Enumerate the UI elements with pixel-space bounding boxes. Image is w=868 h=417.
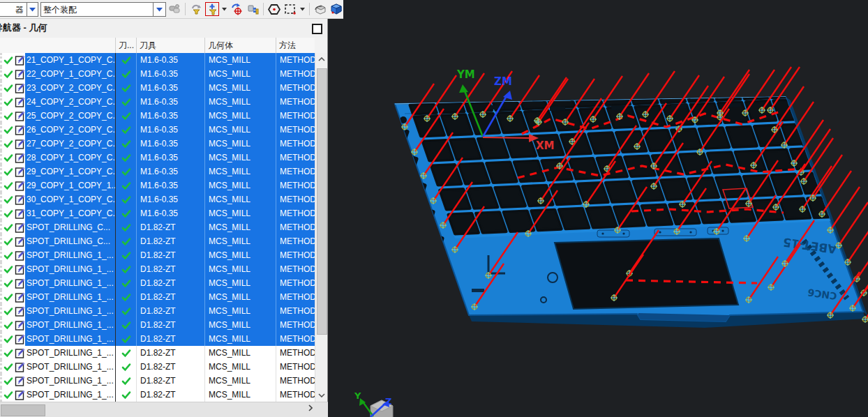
operation-name[interactable]: 27_COPY_2_COPY_C... xyxy=(25,137,116,151)
operation-name[interactable]: SPOT_DRILLING_1_... xyxy=(25,290,116,304)
vertical-scroll-thumb[interactable] xyxy=(317,68,327,335)
vertical-scrollbar[interactable] xyxy=(315,53,327,402)
geometry-cell[interactable]: MCS_MILL xyxy=(205,374,276,388)
method-cell[interactable]: METHOD xyxy=(276,67,315,81)
toolpath-status-cell[interactable] xyxy=(116,179,137,192)
filter-combo[interactable]: 器 xyxy=(0,2,38,17)
operation-name[interactable]: SPOT_DRILLING_1_... xyxy=(25,360,116,374)
shaded-cube-icon[interactable] xyxy=(329,2,343,16)
geometry-cell[interactable]: MCS_MILL xyxy=(205,109,276,123)
operation-name[interactable]: 29_COPY_1_COPY_1... xyxy=(25,179,116,192)
assembly-scope-combo[interactable]: 整个装配 xyxy=(40,2,166,17)
operation-row[interactable]: SPOT_DRILLING_1_...D1.82-ZTMCS_MILLMETHO… xyxy=(0,248,315,262)
toolpath-status-cell[interactable] xyxy=(116,137,137,151)
method-cell[interactable]: METHOD xyxy=(276,304,315,318)
method-cell[interactable]: METHOD xyxy=(276,53,315,67)
toolpath-status-cell[interactable] xyxy=(116,374,137,388)
pattern-component-icon[interactable] xyxy=(246,2,260,16)
toolpath-status-cell[interactable] xyxy=(116,192,137,206)
operation-name[interactable]: 28_COPY_1_COPY_C... xyxy=(25,151,116,165)
tool-cell[interactable]: M1.6-0.35 xyxy=(137,53,205,67)
rectangle-select-icon[interactable] xyxy=(283,2,297,16)
operation-row[interactable]: SPOT_DRILLING_1_...D1.82-ZTMCS_MILLMETHO… xyxy=(0,290,315,304)
operation-name[interactable]: 24_COPY_2_COPY_C... xyxy=(25,95,116,109)
toolpath-status-cell[interactable] xyxy=(116,206,137,220)
method-cell[interactable]: METHOD xyxy=(276,109,315,123)
geometry-cell[interactable]: MCS_MILL xyxy=(205,151,276,165)
method-cell[interactable]: METHOD xyxy=(276,95,315,109)
assembly-constraints-icon[interactable] xyxy=(168,2,182,16)
geometry-cell[interactable]: MCS_MILL xyxy=(205,290,276,304)
method-cell[interactable]: METHOD xyxy=(276,151,315,165)
method-cell[interactable]: METHOD xyxy=(276,220,315,234)
operation-name[interactable]: SPOT_DRILLING_1_... xyxy=(25,262,116,276)
method-cell[interactable]: METHOD xyxy=(276,374,315,388)
operation-row[interactable]: 31_COPY_1_COPY_C...M1.6-0.35MCS_MILLMETH… xyxy=(0,206,315,220)
toolpath-status-cell[interactable] xyxy=(116,123,137,137)
tool-cell[interactable]: M1.6-0.35 xyxy=(137,123,205,137)
geometry-cell[interactable]: MCS_MILL xyxy=(205,53,276,67)
operation-row[interactable]: 29_COPY_1_COPY_C...M1.6-0.35MCS_MILLMETH… xyxy=(0,165,315,179)
column-header-geometry[interactable]: 几何体 xyxy=(205,38,276,53)
operation-row[interactable]: SPOT_DRILLING_1_...D1.82-ZTMCS_MILLMETHO… xyxy=(0,346,315,360)
toolpath-status-cell[interactable] xyxy=(116,360,137,374)
tool-cell[interactable]: D1.82-ZT xyxy=(137,262,205,276)
geometry-cell[interactable]: MCS_MILL xyxy=(205,81,276,95)
toolpath-status-cell[interactable] xyxy=(116,262,137,276)
tool-cell[interactable]: D1.82-ZT xyxy=(137,248,205,262)
method-cell[interactable]: METHOD xyxy=(276,137,315,151)
operation-row[interactable]: 30_COPY_1_COPY_C...M1.6-0.35MCS_MILLMETH… xyxy=(0,192,315,206)
toolpath-status-cell[interactable] xyxy=(116,304,137,318)
geometry-cell[interactable]: MCS_MILL xyxy=(205,318,276,332)
toolpath-status-cell[interactable] xyxy=(116,165,137,179)
geometry-cell[interactable]: MCS_MILL xyxy=(205,137,276,151)
operation-row[interactable]: SPOT_DRILLING_1_...D1.82-ZTMCS_MILLMETHO… xyxy=(0,276,315,290)
scroll-up-icon[interactable] xyxy=(315,53,328,66)
column-header-name[interactable] xyxy=(0,38,116,53)
geometry-cell[interactable]: MCS_MILL xyxy=(205,276,276,290)
tool-cell[interactable]: D1.82-ZT xyxy=(137,276,205,290)
operation-name[interactable]: 22_COPY_1_COPY_C... xyxy=(25,67,116,81)
method-cell[interactable]: METHOD xyxy=(276,206,315,220)
operation-row[interactable]: SPOT_DRILLING_C...D1.82-ZTMCS_MILLMETHOD xyxy=(0,234,315,248)
toolpath-status-cell[interactable] xyxy=(116,234,137,248)
tool-cell[interactable]: M1.6-0.35 xyxy=(137,137,205,151)
method-cell[interactable]: METHOD xyxy=(276,346,315,360)
geometry-cell[interactable]: MCS_MILL xyxy=(205,206,276,220)
method-cell[interactable]: METHOD xyxy=(276,192,315,206)
filter-combo-arrow-icon[interactable] xyxy=(27,3,38,16)
geometry-cell[interactable]: MCS_MILL xyxy=(205,248,276,262)
column-header-method[interactable]: 方法 xyxy=(276,38,315,53)
tool-cell[interactable]: D1.82-ZT xyxy=(137,388,205,402)
operation-name[interactable]: SPOT_DRILLING_1_... xyxy=(25,374,116,388)
operation-row[interactable]: SPOT_DRILLING_1_...D1.82-ZTMCS_MILLMETHO… xyxy=(0,304,315,318)
tool-cell[interactable]: M1.6-0.35 xyxy=(137,67,205,81)
navigator-titlebar[interactable]: 导航器 - 几何 xyxy=(0,18,327,38)
geometry-cell[interactable]: MCS_MILL xyxy=(205,262,276,276)
toolpath-status-cell[interactable] xyxy=(116,53,137,67)
operation-row[interactable]: 25_COPY_2_COPY_C...M1.6-0.35MCS_MILLMETH… xyxy=(0,109,315,123)
operation-name[interactable]: 23_COPY_2_COPY_C... xyxy=(25,81,116,95)
operation-name[interactable]: SPOT_DRILLING_1_... xyxy=(25,304,116,318)
toolpath-status-cell[interactable] xyxy=(116,276,137,290)
geometry-cell[interactable]: MCS_MILL xyxy=(205,123,276,137)
method-cell[interactable]: METHOD xyxy=(276,262,315,276)
scroll-right-icon[interactable] xyxy=(308,404,313,413)
toolpath-status-cell[interactable] xyxy=(116,81,137,95)
horizontal-scrollbar[interactable] xyxy=(0,402,328,417)
operation-row[interactable]: 28_COPY_1_COPY_C...M1.6-0.35MCS_MILLMETH… xyxy=(0,151,315,165)
method-cell[interactable]: METHOD xyxy=(276,318,315,332)
operation-row[interactable]: 27_COPY_2_COPY_C...M1.6-0.35MCS_MILLMETH… xyxy=(0,137,315,151)
operation-name[interactable]: SPOT_DRILLING_1_... xyxy=(25,388,116,402)
tool-cell[interactable]: D1.82-ZT xyxy=(137,360,205,374)
horizontal-scroll-thumb[interactable] xyxy=(1,404,45,416)
tool-cell[interactable]: D1.82-ZT xyxy=(137,290,205,304)
method-cell[interactable]: METHOD xyxy=(276,276,315,290)
tool-cell[interactable]: M1.6-0.35 xyxy=(137,109,205,123)
undock-button[interactable] xyxy=(312,24,322,34)
operation-row[interactable]: SPOT_DRILLING_1_...D1.82-ZTMCS_MILLMETHO… xyxy=(0,374,315,388)
tool-cell[interactable]: M1.6-0.35 xyxy=(137,206,205,220)
geometry-cell[interactable]: MCS_MILL xyxy=(205,304,276,318)
toolpath-status-cell[interactable] xyxy=(116,290,137,304)
move-component-icon[interactable] xyxy=(230,2,244,16)
